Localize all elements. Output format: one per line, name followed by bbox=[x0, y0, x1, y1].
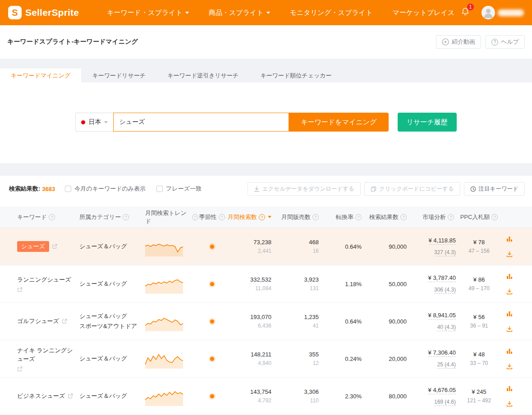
tab-reverse-keyword-research[interactable]: キーワード逆引きリサーチ bbox=[156, 68, 249, 82]
table-row[interactable]: ゴルフシューズ シューズ＆バッグスポーツ&アウトドア 193,070 6,436… bbox=[0, 303, 532, 340]
help-button[interactable]: ? ヘルプ bbox=[486, 35, 525, 49]
notifications-button[interactable]: 1 bbox=[461, 7, 470, 18]
nav-item-marketplace[interactable]: マーケットプレイス bbox=[393, 9, 455, 17]
col-trend[interactable]: 月間検索トレンド bbox=[140, 209, 198, 225]
download-icon[interactable] bbox=[506, 251, 513, 257]
ppc-bid-cell: ¥ 78 47 – 156 bbox=[458, 239, 500, 254]
nav-item-keyword-sprite[interactable]: キーワード・スプライト bbox=[107, 9, 189, 17]
col-label: 月間検索トレンド bbox=[145, 209, 190, 225]
table-row[interactable]: ナイキ ランニングシューズ シューズ＆バッグ 148,211 4,940 355 bbox=[0, 340, 532, 378]
market-analysis-icon[interactable] bbox=[506, 273, 513, 279]
research-history-button[interactable]: リサーチ履歴 bbox=[398, 113, 457, 132]
download-icon[interactable] bbox=[506, 401, 513, 407]
ppc-bid-cell: ¥ 86 49 – 170 bbox=[458, 276, 500, 292]
col-conversion[interactable]: 転換率 bbox=[322, 213, 365, 221]
keyword-label[interactable]: ゴルフシューズ bbox=[17, 317, 59, 326]
username-blurred bbox=[498, 9, 524, 16]
export-excel-button[interactable]: エクセルデータをダウンロードする bbox=[248, 182, 361, 196]
external-link-icon[interactable] bbox=[62, 319, 67, 324]
help-icon[interactable] bbox=[312, 214, 319, 220]
market-sub[interactable]: 40 (4.3) bbox=[437, 324, 456, 331]
sales-value: 355 bbox=[275, 351, 319, 358]
tab-keyword-mining[interactable]: キーワードマイニング bbox=[0, 68, 81, 82]
col-sales[interactable]: 月間販売数 bbox=[275, 213, 322, 221]
marketplace-select[interactable]: 日本 bbox=[75, 113, 113, 132]
checkbox[interactable] bbox=[156, 186, 163, 192]
conversion-value: 0.24% bbox=[322, 356, 362, 362]
external-link-icon[interactable] bbox=[52, 244, 57, 249]
user-account[interactable] bbox=[482, 6, 524, 19]
nav-item-product-sprite[interactable]: 商品・スプライト bbox=[209, 9, 270, 17]
nav-item-monitoring-sprite[interactable]: モニタリング・スプライト bbox=[290, 9, 373, 17]
conversion-cell: 1.18% bbox=[322, 281, 365, 287]
market-analysis-icon[interactable] bbox=[506, 310, 513, 317]
help-icon[interactable] bbox=[491, 214, 498, 220]
col-label: 月間販売数 bbox=[281, 213, 311, 221]
conversion-cell: 0.24% bbox=[322, 356, 365, 362]
conversion-value: 0.64% bbox=[322, 318, 362, 325]
export-excel-label: エクセルデータをダウンロードする bbox=[262, 185, 354, 193]
keyword-label[interactable]: ナイキ ランニングシューズ bbox=[17, 346, 75, 364]
external-link-icon[interactable] bbox=[17, 287, 23, 292]
col-market-analysis[interactable]: 市場分析 bbox=[410, 213, 458, 221]
help-icon[interactable] bbox=[259, 214, 265, 220]
market-sub[interactable]: 25 (4.4) bbox=[437, 361, 456, 369]
market-sub[interactable]: 306 (4.3) bbox=[434, 287, 456, 294]
table-row[interactable]: シューズ シューズ＆バッグ 73,238 2,441 468 16 bbox=[0, 228, 532, 265]
col-category[interactable]: 所属カテゴリー bbox=[77, 213, 140, 221]
keyword-label[interactable]: シューズ bbox=[17, 241, 49, 252]
seasonality-dot-icon bbox=[210, 357, 214, 361]
search-section: 日本 キーワードをマイニング リサーチ履歴 bbox=[0, 82, 532, 163]
download-icon[interactable] bbox=[506, 363, 513, 369]
row-actions bbox=[500, 347, 518, 371]
col-ppc-bid[interactable]: PPC入札額 bbox=[458, 213, 500, 221]
help-icon[interactable] bbox=[49, 214, 55, 220]
checkbox[interactable] bbox=[65, 186, 71, 192]
row-actions bbox=[500, 384, 518, 408]
intro-video-button[interactable]: 紹介動画 bbox=[436, 35, 481, 49]
market-sub[interactable]: 169 (4.6) bbox=[434, 399, 456, 406]
col-keyword[interactable]: キーワード bbox=[9, 213, 77, 221]
filter-phrase-match[interactable]: フレーズ一致 bbox=[156, 185, 202, 193]
keyword-input[interactable] bbox=[113, 113, 289, 132]
download-icon[interactable] bbox=[506, 288, 513, 295]
market-sub[interactable]: 327 (4.3) bbox=[434, 249, 456, 256]
download-icon[interactable] bbox=[506, 326, 513, 332]
table-row[interactable]: ランニングシューズ シューズ＆バッグ 332,532 11,084 3,923 bbox=[0, 265, 532, 303]
copy-clipboard-button[interactable]: クリックボードにコピーする bbox=[364, 182, 460, 196]
help-icon[interactable] bbox=[192, 214, 198, 220]
sort-desc-icon[interactable] bbox=[268, 216, 271, 218]
results-section: 検索結果数: 3683 今月のキーワードのみ表示 フレーズ一致 エクセルデータを… bbox=[0, 176, 532, 415]
market-analysis-icon[interactable] bbox=[506, 385, 513, 392]
external-link-icon[interactable] bbox=[68, 393, 73, 399]
market-value[interactable]: ¥ 4,118.85 bbox=[429, 237, 456, 245]
mine-keywords-button[interactable]: キーワードをマイニング bbox=[289, 113, 388, 132]
table-row[interactable]: ビジネスシューズ シューズ＆バッグ 143,754 4,792 3,306 1 bbox=[0, 378, 532, 415]
help-icon[interactable] bbox=[448, 214, 454, 220]
copy-icon bbox=[371, 186, 376, 192]
market-analysis-icon[interactable] bbox=[506, 236, 513, 242]
market-analysis-icon[interactable] bbox=[506, 348, 513, 354]
col-results-count[interactable]: 検索結果数 bbox=[365, 213, 410, 221]
filter-current-month[interactable]: 今月のキーワードのみ表示 bbox=[65, 185, 146, 193]
table-body: シューズ シューズ＆バッグ 73,238 2,441 468 16 bbox=[0, 228, 532, 415]
tab-keyword-rank-checker[interactable]: キーワード順位チェッカー bbox=[249, 68, 342, 82]
tab-keyword-research[interactable]: キーワードリサーチ bbox=[81, 68, 156, 82]
market-value[interactable]: ¥ 4,676.05 bbox=[428, 387, 456, 394]
market-value[interactable]: ¥ 8,941.05 bbox=[428, 312, 456, 319]
col-seasonality[interactable]: 季節性 bbox=[198, 213, 225, 221]
market-value[interactable]: ¥ 7,306.40 bbox=[428, 349, 456, 357]
brand-logo[interactable]: S SellerSprite bbox=[8, 6, 79, 19]
featured-keywords-button[interactable]: 注目キーワード bbox=[464, 182, 525, 196]
seasonality-cell bbox=[198, 243, 225, 250]
col-search-volume-sorted[interactable]: 月間検索数 bbox=[225, 213, 275, 221]
help-icon[interactable] bbox=[219, 214, 225, 220]
external-link-icon[interactable] bbox=[17, 366, 23, 372]
market-value[interactable]: ¥ 3,787.40 bbox=[428, 274, 456, 282]
help-icon[interactable] bbox=[355, 214, 362, 220]
seasonality-dot-icon bbox=[210, 282, 214, 286]
help-icon[interactable] bbox=[123, 214, 129, 220]
help-icon[interactable] bbox=[400, 214, 407, 220]
keyword-label[interactable]: ビジネスシューズ bbox=[17, 392, 65, 401]
keyword-label[interactable]: ランニングシューズ bbox=[17, 275, 71, 284]
